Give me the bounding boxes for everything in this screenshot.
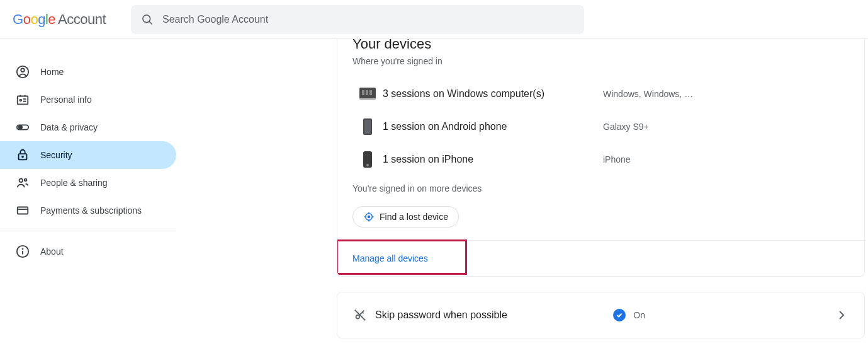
manage-all-devices-link[interactable]: Manage all devices [337, 241, 864, 276]
search-icon [141, 13, 154, 26]
svg-point-5 [20, 100, 21, 101]
card-icon [15, 203, 30, 218]
info-icon [15, 244, 30, 259]
sidebar-item-personal-info[interactable]: Personal info [0, 86, 176, 113]
device-detail: Windows, Windows, … [603, 89, 693, 99]
your-devices-card: Your devices Where you're signed in 3 se… [337, 39, 865, 277]
sidebar-item-label: Home [40, 67, 64, 77]
svg-rect-4 [18, 96, 28, 105]
phone-icon [363, 118, 372, 135]
lock-icon [15, 147, 30, 163]
find-lost-device-button[interactable]: Find a lost device [352, 206, 459, 228]
device-row-windows[interactable]: 3 sessions on Windows computer(s) Window… [352, 78, 849, 110]
sidebar-nav: Home Personal info Data & privacy Securi… [0, 39, 176, 346]
device-row-iphone[interactable]: 1 session on iPhone iPhone [352, 143, 849, 176]
svg-rect-12 [18, 207, 28, 214]
svg-point-18 [368, 216, 370, 218]
account-circle-icon [15, 64, 30, 79]
svg-line-1 [149, 21, 152, 24]
sidebar-item-data-privacy[interactable]: Data & privacy [0, 113, 176, 141]
status-text: On [633, 310, 645, 320]
section-title: Your devices [352, 39, 849, 52]
sidebar-item-payments[interactable]: Payments & subscriptions [0, 197, 176, 224]
device-row-android[interactable]: 1 session on Android phone Galaxy S9+ [352, 110, 849, 143]
skip-password-option[interactable]: Skip password when possible On [337, 292, 864, 338]
check-circle-icon [613, 309, 626, 321]
skip-password-card: Skip password when possible On [337, 292, 865, 338]
desktop-icon [359, 88, 376, 100]
svg-point-11 [25, 179, 27, 182]
sidebar-item-label: About [40, 246, 64, 257]
search-bar[interactable] [131, 5, 584, 34]
card-footer: Manage all devices [337, 240, 864, 276]
sidebar-item-label: Personal info [40, 95, 92, 105]
google-account-logo[interactable]: Google Account [13, 11, 106, 28]
sidebar-item-label: Payments & subscriptions [40, 205, 142, 216]
nav-divider [0, 231, 176, 231]
logo-account-text: Account [58, 11, 106, 28]
device-detail: Galaxy S9+ [603, 122, 649, 132]
iphone-icon [363, 151, 372, 168]
id-card-icon [15, 92, 30, 107]
device-sessions-label: 1 session on Android phone [383, 121, 603, 132]
find-button-label: Find a lost device [380, 212, 448, 222]
option-label: Skip password when possible [375, 309, 613, 321]
key-slash-icon [352, 308, 368, 322]
people-icon [15, 175, 30, 190]
sidebar-item-people-sharing[interactable]: People & sharing [0, 169, 176, 197]
sidebar-item-label: People & sharing [40, 178, 108, 188]
svg-point-7 [19, 125, 22, 129]
section-subtitle: Where you're signed in [352, 56, 849, 66]
device-sessions-label: 3 sessions on Windows computer(s) [383, 88, 603, 100]
svg-point-0 [143, 14, 150, 22]
svg-point-9 [22, 156, 23, 158]
app-header: Google Account [0, 0, 868, 39]
sidebar-item-label: Security [40, 150, 72, 160]
sidebar-item-security[interactable]: Security [0, 141, 176, 169]
device-detail: iPhone [603, 154, 631, 164]
svg-point-3 [21, 69, 25, 72]
main-content: Your devices Where you're signed in 3 se… [176, 39, 868, 346]
sidebar-item-label: Data & privacy [40, 122, 98, 132]
device-sessions-label: 1 session on iPhone [383, 154, 603, 165]
sidebar-item-home[interactable]: Home [0, 58, 176, 86]
search-input[interactable] [162, 14, 574, 25]
option-status: On [613, 309, 645, 321]
sidebar-item-about[interactable]: About [0, 238, 176, 265]
svg-point-10 [20, 179, 23, 183]
svg-point-16 [23, 248, 23, 249]
toggle-icon [15, 120, 30, 135]
svg-point-23 [356, 315, 360, 319]
target-icon [363, 211, 375, 222]
signed-in-more-text: You're signed in on more devices [352, 183, 849, 193]
chevron-right-icon [834, 308, 849, 323]
